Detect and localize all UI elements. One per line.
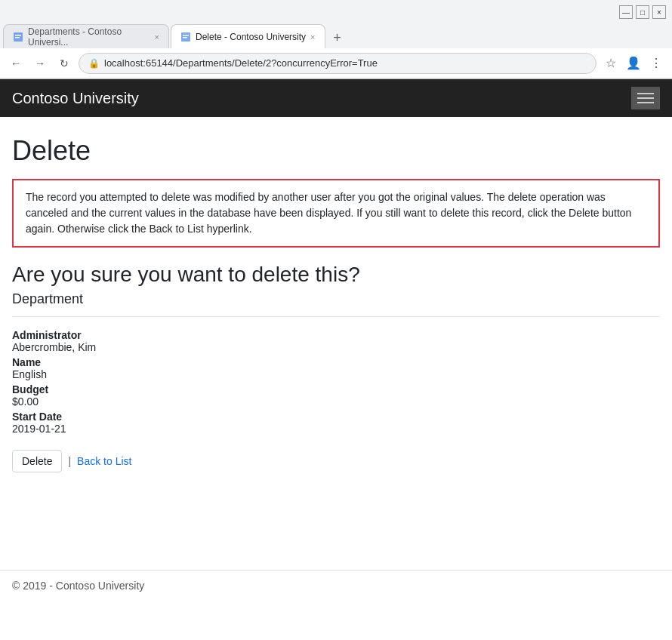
field-administrator: Administrator Abercrombie, Kim [12,329,660,353]
delete-button[interactable]: Delete [12,450,62,472]
error-message: The record you attempted to delete was m… [26,191,631,235]
tab-delete-page-icon [180,32,191,42]
field-administrator-label: Administrator [12,329,660,341]
pipe-separator: | [68,455,71,467]
toolbar-icons: ☆ 👤 ⋮ [601,54,666,73]
tab-bar: Departments - Contoso Universi... × Dele… [0,24,672,48]
title-bar: — □ × [0,0,672,24]
footer-text: © 2019 - Contoso University [12,580,144,592]
bookmark-button[interactable]: ☆ [601,54,621,73]
field-name-value: English [12,368,660,380]
address-input[interactable]: 🔒 localhost:65144/Departments/Delete/2?c… [79,53,596,74]
app-footer: © 2019 - Contoso University [0,570,672,601]
main-content: Delete The record you attempted to delet… [0,117,672,555]
address-bar: ← → ↻ 🔒 localhost:65144/Departments/Dele… [0,48,672,78]
svg-rect-4 [183,35,189,36]
field-budget: Budget $0.00 [12,383,660,408]
svg-rect-5 [183,37,187,38]
field-start-date: Start Date 2019-01-21 [12,411,660,435]
divider [12,316,660,317]
field-start-date-label: Start Date [12,411,660,423]
confirm-heading: Are you sure you want to delete this? [12,263,660,287]
back-to-list-link[interactable]: Back to List [77,455,131,467]
menu-button[interactable]: ⋮ [646,54,666,73]
browser-chrome: — □ × Departments - Contoso Universi... … [0,0,672,79]
actions-bar: Delete | Back to List [12,450,660,472]
tab-departments-label: Departments - Contoso Universi... [28,26,150,48]
tab-delete-close[interactable]: × [310,32,315,42]
field-budget-label: Budget [12,383,660,395]
field-administrator-value: Abercrombie, Kim [12,341,660,353]
field-name: Name English [12,356,660,380]
entity-type-label: Department [12,291,660,307]
address-text: localhost:65144/Departments/Delete/2?con… [104,57,378,69]
page-title: Delete [12,135,660,167]
field-name-label: Name [12,356,660,368]
minimize-button[interactable]: — [619,5,633,19]
tab-page-icon [13,32,23,42]
account-button[interactable]: 👤 [624,54,643,73]
app-navbar: Contoso University [0,79,672,117]
svg-rect-1 [15,35,21,36]
tab-delete-label: Delete - Contoso University [196,32,306,42]
field-budget-value: $0.00 [12,395,660,408]
error-box: The record you attempted to delete was m… [12,179,660,248]
lock-icon: 🔒 [88,58,100,69]
maximize-button[interactable]: □ [636,5,649,19]
field-start-date-value: 2019-01-21 [12,423,660,435]
tab-delete[interactable]: Delete - Contoso University × [171,24,325,48]
forward-nav-button[interactable]: → [30,54,50,73]
back-nav-button[interactable]: ← [6,54,26,73]
svg-rect-2 [15,37,20,38]
tab-departments[interactable]: Departments - Contoso Universi... × [3,24,169,48]
app-brand: Contoso University [12,90,139,107]
reload-button[interactable]: ↻ [54,54,74,73]
navbar-toggle-button[interactable] [631,87,660,109]
close-button[interactable]: × [652,5,666,19]
new-tab-button[interactable]: + [327,27,348,48]
tab-departments-close[interactable]: × [155,32,159,42]
